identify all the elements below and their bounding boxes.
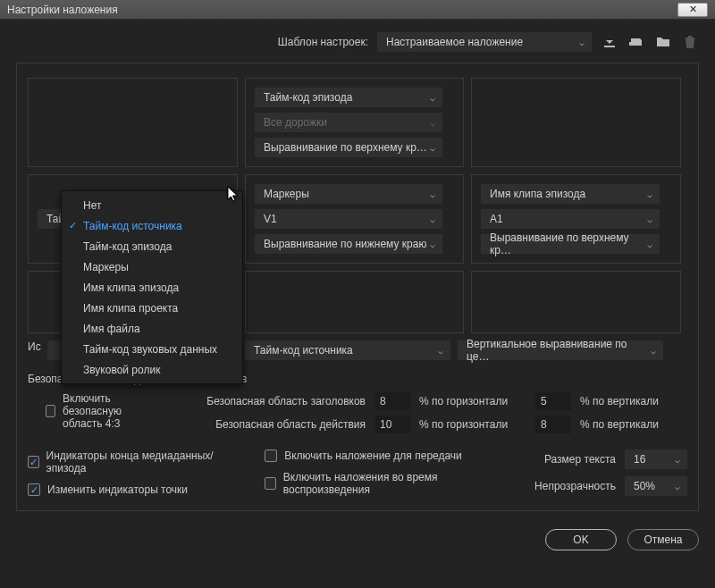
chevron-down-icon: ⌵: [430, 118, 435, 128]
dropdown-item[interactable]: Тайм-код звуковых данных: [62, 339, 242, 359]
preset-select[interactable]: Настраиваемое наложение ⌵: [377, 32, 592, 52]
media-end-checkbox[interactable]: ✓Индикаторы конца медиаданных/эпизода: [28, 449, 229, 475]
safe-title-v-input[interactable]: 5: [535, 392, 571, 410]
chevron-down-icon: ⌵: [675, 482, 680, 491]
center-top-tracks-select: Все дорожки⌵: [255, 113, 442, 132]
chevron-down-icon: ⌵: [438, 346, 443, 356]
overlay-cell-bot-right: [471, 271, 681, 333]
opacity-select[interactable]: 50%⌵: [625, 476, 687, 496]
window-close-button[interactable]: ✕: [677, 3, 708, 17]
dropdown-item[interactable]: Тайм-код источника: [62, 215, 242, 236]
chevron-down-icon: ⌵: [647, 189, 652, 199]
overlay-cell-mid-center: Маркеры⌵ V1⌵ Выравнивание по нижнему кра…: [245, 174, 464, 264]
overlay-cell-top-left: [28, 78, 238, 167]
chevron-down-icon: ⌵: [647, 239, 652, 249]
ok-button[interactable]: OK: [545, 529, 617, 550]
chevron-down-icon: ⌵: [647, 214, 652, 224]
text-size-label: Размер текста: [534, 453, 616, 466]
center-top-type-select[interactable]: Тайм-код эпизода⌵: [255, 88, 442, 107]
dropdown-item[interactable]: Нет: [62, 195, 242, 215]
safe-action-label: Безопасная область действия: [187, 418, 366, 431]
mid-center-select[interactable]: Тайм-код источника⌵: [245, 340, 450, 360]
overlay-cell-mid-right: Имя клипа эпизода⌵ A1⌵ Выравнивание по в…: [471, 174, 681, 264]
dropdown-item[interactable]: Имя клипа эпизода: [62, 277, 242, 298]
window-title: Настройки наложения: [7, 4, 677, 16]
import-preset-icon[interactable]: [627, 33, 645, 51]
overlay-cell-top-right: [471, 78, 681, 167]
safe-title-label: Безопасная область заголовков: [187, 395, 366, 407]
mid-right-select[interactable]: Вертикальное выравнивание по це…⌵: [458, 340, 663, 360]
close-icon: ✕: [689, 4, 697, 15]
chevron-down-icon: ⌵: [430, 93, 435, 103]
new-folder-icon[interactable]: [654, 33, 672, 51]
pct-h-label: % по горизонтали: [419, 395, 526, 407]
safe-action-v-input[interactable]: 8: [535, 416, 571, 433]
dropdown-item[interactable]: Тайм-код эпизода: [62, 236, 242, 256]
chevron-down-icon: ⌵: [579, 38, 585, 47]
dropdown-item[interactable]: Имя клипа проекта: [62, 298, 242, 318]
enable-safe-43-checkbox[interactable]: ✓ Включить безопасную область 4:3: [46, 392, 130, 430]
pct-v-label: % по вертикали: [580, 395, 687, 407]
dropdown-item[interactable]: Имя файла: [62, 318, 242, 339]
chevron-down-icon: ⌵: [675, 455, 680, 465]
overlay-cell-bot-center: [245, 271, 464, 333]
right-type-select[interactable]: Имя клипа эпизода⌵: [481, 184, 660, 204]
edit-points-checkbox[interactable]: ✓Изменить индикаторы точки: [28, 483, 229, 496]
opacity-label: Непрозрачность: [534, 480, 616, 492]
save-preset-icon[interactable]: [601, 33, 618, 51]
right-align-select[interactable]: Выравнивание по верхнему кр…⌵: [481, 234, 660, 254]
safe-title-h-input[interactable]: 8: [374, 392, 410, 410]
overlay-playback-checkbox[interactable]: ✓Включить наложения во время воспроизвед…: [265, 471, 499, 496]
chevron-down-icon: ⌵: [430, 239, 435, 249]
cancel-button[interactable]: Отмена: [627, 529, 699, 550]
type-dropdown-menu[interactable]: НетТайм-код источникаТайм-код эпизодаМар…: [61, 190, 243, 384]
chevron-down-icon: ⌵: [430, 214, 435, 224]
checkbox-box-icon: ✓: [46, 405, 55, 417]
dropdown-item[interactable]: Звуковой ролик: [62, 359, 242, 380]
text-size-select[interactable]: 16⌵: [625, 449, 687, 469]
overlay-cell-top-center: Тайм-код эпизода⌵ Все дорожки⌵ Выравнива…: [245, 78, 464, 167]
left-partial-label: Ис: [28, 340, 41, 353]
center-bottom-track-select[interactable]: V1⌵: [255, 209, 442, 229]
preset-select-value: Настраиваемое наложение: [386, 36, 523, 48]
center-bottom-align-select[interactable]: Выравнивание по нижнему краю⌵: [255, 234, 442, 254]
center-top-align-select[interactable]: Выравнивание по верхнему кр…⌵: [255, 138, 442, 157]
chevron-down-icon: ⌵: [430, 143, 435, 153]
right-track-select[interactable]: A1⌵: [481, 209, 660, 229]
safe-action-h-input[interactable]: 10: [374, 416, 410, 433]
center-bottom-type-select[interactable]: Маркеры⌵: [255, 184, 442, 204]
dropdown-item[interactable]: Маркеры: [62, 256, 242, 277]
overlay-transfer-checkbox[interactable]: ✓Включить наложение для передачи: [265, 449, 499, 462]
chevron-down-icon: ⌵: [430, 189, 435, 199]
preset-label: Шаблон настроек:: [278, 36, 368, 48]
trash-icon: [681, 33, 699, 51]
chevron-down-icon: ⌵: [651, 346, 656, 356]
